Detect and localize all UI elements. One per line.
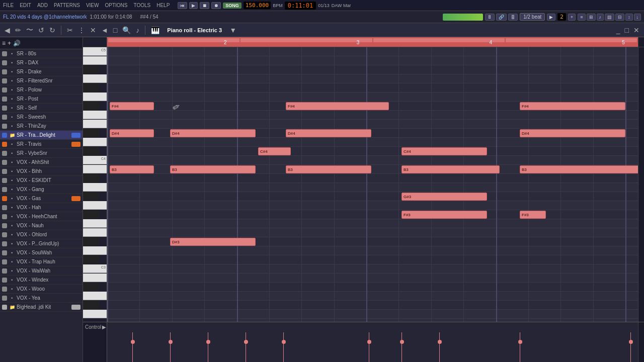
eq-btn[interactable]: 🎛 [508,14,518,21]
tool1-btn[interactable]: ≡ [578,14,585,21]
tool7-btn[interactable]: ↓ [634,14,641,21]
note-bar[interactable]: D#3 [170,238,256,246]
song-badge[interactable]: SONG [223,3,242,9]
piano-key-white[interactable] [83,228,107,237]
tempo-display[interactable]: 150.000 [244,2,271,9]
sidebar-item[interactable]: ▪VOX - AhhShit [0,158,83,167]
piano-key-white[interactable] [83,201,107,210]
pr-back-btn[interactable]: ◀ [3,26,12,34]
piano-key-white[interactable] [83,292,107,300]
piano-key-white[interactable] [83,246,107,255]
piano-key-white[interactable] [83,111,107,119]
piano-key-white[interactable] [83,74,107,83]
menu-patterns[interactable]: PATTERNS [53,3,81,8]
tool6-btn[interactable]: ↕ [625,14,633,21]
piano-key-white[interactable] [83,310,107,318]
pr-redo-btn[interactable]: ↻ [48,26,57,34]
piano-key-white[interactable] [83,120,107,128]
menu-items[interactable]: FILE EDIT ADD PATTERNS VIEW OPTIONS TOOL… [2,3,171,8]
right-scrollbar-control[interactable] [638,322,644,362]
piano-key-white[interactable] [83,56,107,65]
piano-key-white[interactable] [83,183,107,192]
chain-btn[interactable]: 🔗 [496,14,507,21]
piano-keys[interactable]: C5C4C3 [83,47,107,322]
note-bar[interactable]: D#4 [110,129,154,137]
note-bar[interactable]: B3 [110,165,154,173]
sidebar-item[interactable]: ▪SR - Self [0,104,83,113]
beat-number[interactable]: 2 [557,13,566,21]
menu-view[interactable]: VIEW [85,3,100,8]
piano-key-black[interactable] [83,210,99,219]
piano-key-black[interactable] [83,129,99,137]
pr-tool2-btn[interactable]: ⋮ [76,26,87,34]
piano-key-white[interactable] [83,165,107,173]
menu-tools[interactable]: TOOLS [132,3,151,8]
right-scrollbar[interactable] [638,37,644,47]
menu-add[interactable]: ADD [36,3,49,8]
note-grid[interactable]: F#4F#4F#4D#4D#4D#4D#4C#4C#4B3B3B3B3B3G#3… [107,47,638,322]
play-btn[interactable]: ▶ [189,2,198,9]
sidebar-item[interactable]: ▪SR - VybeSnr [0,149,83,158]
sidebar-item[interactable]: ▪SR - 80s [0,49,83,58]
pr-tool4-btn[interactable]: ◄ [100,26,110,34]
note-bar[interactable]: G#3 [401,193,487,201]
sidebar-item[interactable]: ▪SR - DAX [0,58,83,67]
note-bar[interactable]: C#4 [401,147,487,155]
tool4-btn[interactable]: ▤ [605,14,614,21]
pr-maximize-btn[interactable]: □ [623,26,630,34]
piano-key-black[interactable] [83,301,99,309]
sidebar-add-btn[interactable]: + [8,40,11,47]
piano-key-black[interactable] [83,255,99,264]
note-bar[interactable]: C#4 [258,147,291,155]
control-arrow[interactable]: ▶ [102,324,106,330]
pr-tool5-btn[interactable]: □ [112,26,119,34]
sidebar-item[interactable]: ▪VOX - Ohlord [0,230,83,239]
mixer-btn[interactable]: 🎚 [485,14,495,21]
sidebar-item[interactable]: ▪VOX - Trap Hauh [0,257,83,266]
menu-options[interactable]: OPTIONS [104,3,128,8]
piano-key-black[interactable] [83,283,99,291]
sidebar-item[interactable]: ▪VOX - Wooo [0,285,83,294]
sidebar-item[interactable]: ▪VOX - WaiWah [0,266,83,276]
tool2-btn[interactable]: ⊞ [587,14,596,21]
sidebar-item[interactable]: ▪VOX - Windex [0,276,83,285]
timeline-marks[interactable]: 2345 [107,37,638,47]
right-scrollbar-main[interactable] [638,47,644,322]
sidebar-item[interactable]: ▪VOX - Bihh [0,167,83,176]
sidebar-item[interactable]: ▪SR - Drake [0,67,83,76]
tool5-btn[interactable]: ⊟ [615,14,624,21]
piano-key-black[interactable] [83,174,99,183]
sidebar-item[interactable]: ▪SR - Sweesh [0,113,83,122]
note-bar[interactable]: B3 [520,165,638,173]
control-grid[interactable] [107,322,638,362]
sidebar-item[interactable]: ▪VOX - ESKIDIT [0,176,83,185]
piano-key-black[interactable] [83,65,99,74]
sidebar-item[interactable]: ▪VOX - Nauh [0,221,83,230]
sidebar-item[interactable]: ▪VOX - P...GrindUp) [0,239,83,248]
note-bar[interactable]: B3 [401,165,500,173]
piano-key-white[interactable] [83,138,107,146]
menu-edit[interactable]: EDIT [19,3,32,8]
note-bar[interactable]: F#4 [110,102,154,110]
pr-speaker-btn[interactable]: ♪ [134,26,141,34]
pr-minimize-btn[interactable]: _ [615,26,622,34]
plus-btn[interactable]: + [568,14,576,21]
sidebar-item[interactable]: 📁SR - Tra...Delight [0,131,83,140]
pr-tool3-btn[interactable]: ✕ [89,26,98,34]
rewind-btn[interactable]: ⏮ [178,2,187,9]
note-bar[interactable]: F#3 [520,211,546,219]
sidebar-collapse-btn[interactable]: ≡ [2,40,6,47]
sidebar-item[interactable]: ▪SR - FilteredSnr [0,76,83,85]
note-bar[interactable]: F#4 [520,102,625,110]
note-bar[interactable]: D#4 [520,129,625,137]
note-bar[interactable]: F#4 [286,102,389,110]
piano-key-black[interactable] [83,237,99,246]
sidebar-item[interactable]: ▪VOX - Gang [0,185,83,194]
sidebar-item[interactable]: ▪VOX - Yea [0,294,83,303]
sidebar-item[interactable]: ▪SR - ThinZay [0,122,83,131]
pr-chevron-btn[interactable]: ▼ [228,26,238,34]
piano-key-black[interactable] [83,147,99,155]
note-bar[interactable]: F#3 [401,211,487,219]
piano-key-black[interactable] [83,102,99,110]
note-bar[interactable]: B3 [170,165,256,173]
